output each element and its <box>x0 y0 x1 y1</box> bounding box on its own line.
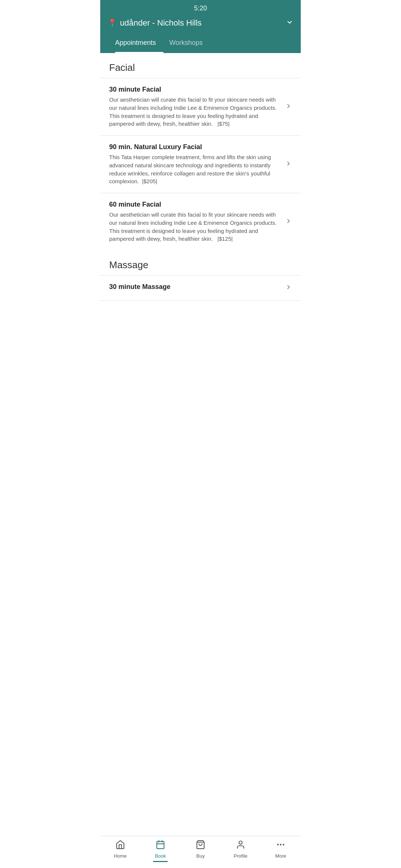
svg-point-7 <box>280 844 281 845</box>
category-facial-heading: Facial <box>100 53 301 78</box>
more-label: More <box>275 853 286 859</box>
status-bar: 5:20 <box>100 0 301 14</box>
buy-icon <box>196 840 205 852</box>
service-item-facial-90[interactable]: 90 min. Natural Luxury Facial This Tata … <box>100 135 301 193</box>
home-icon <box>115 840 125 852</box>
location-icon: 📍 <box>108 19 117 27</box>
nav-book[interactable]: Book <box>140 840 180 862</box>
service-chevron-icon-90 <box>285 160 292 169</box>
book-active-indicator <box>153 861 168 862</box>
service-info-facial-60: 60 minute Facial Our aesthetician will c… <box>109 201 281 243</box>
chevron-down-icon <box>286 19 293 28</box>
profile-label: Profile <box>234 853 248 859</box>
service-info-massage-30: 30 minute Massage <box>109 283 281 293</box>
svg-point-8 <box>283 844 284 845</box>
location-name: udånder - Nichols Hills <box>120 18 283 28</box>
svg-rect-0 <box>157 841 164 849</box>
service-name-massage-30: 30 minute Massage <box>109 283 281 291</box>
nav-more[interactable]: More <box>261 840 301 862</box>
service-item-facial-60[interactable]: 60 minute Facial Our aesthetician will c… <box>100 193 301 250</box>
book-icon <box>156 840 165 852</box>
service-description-facial-30: Our aesthetician will curate this facial… <box>109 96 281 128</box>
svg-point-5 <box>239 841 242 844</box>
service-chevron-icon-60 <box>285 218 292 226</box>
nav-profile[interactable]: Profile <box>221 840 261 862</box>
nav-home[interactable]: Home <box>100 840 140 862</box>
nav-buy[interactable]: Buy <box>180 840 221 862</box>
home-label: Home <box>114 853 127 859</box>
buy-label: Buy <box>196 853 205 859</box>
tab-appointments[interactable]: Appointments <box>115 34 163 53</box>
tabs-bar: Appointments Workshops <box>108 34 293 53</box>
book-label: Book <box>155 853 166 859</box>
service-description-facial-60: Our aesthetician will curate this facial… <box>109 211 281 243</box>
service-description-facial-90: This Tata Harper complete treatment, fir… <box>109 153 281 185</box>
service-info-facial-90: 90 min. Natural Luxury Facial This Tata … <box>109 143 281 185</box>
service-item-massage-30[interactable]: 30 minute Massage <box>100 275 301 301</box>
service-name-facial-60: 60 minute Facial <box>109 201 281 208</box>
service-chevron-icon-massage <box>285 284 292 292</box>
header: 📍 udånder - Nichols Hills Appointments W… <box>100 14 301 53</box>
profile-icon <box>236 840 245 852</box>
location-row[interactable]: 📍 udånder - Nichols Hills <box>108 18 293 34</box>
service-chevron-icon <box>285 103 292 111</box>
tab-workshops[interactable]: Workshops <box>169 34 210 53</box>
service-name-facial-90: 90 min. Natural Luxury Facial <box>109 143 281 151</box>
service-item-facial-30[interactable]: 30 minute Facial Our aesthetician will c… <box>100 78 301 135</box>
status-time: 5:20 <box>194 4 207 12</box>
svg-point-6 <box>277 844 278 845</box>
category-massage-heading: Massage <box>100 250 301 275</box>
more-icon <box>276 840 286 852</box>
content-area: Facial 30 minute Facial Our aesthetician… <box>100 53 301 338</box>
service-info-facial-30: 30 minute Facial Our aesthetician will c… <box>109 86 281 128</box>
service-name-facial-30: 30 minute Facial <box>109 86 281 93</box>
bottom-nav: Home Book Buy <box>100 836 301 868</box>
